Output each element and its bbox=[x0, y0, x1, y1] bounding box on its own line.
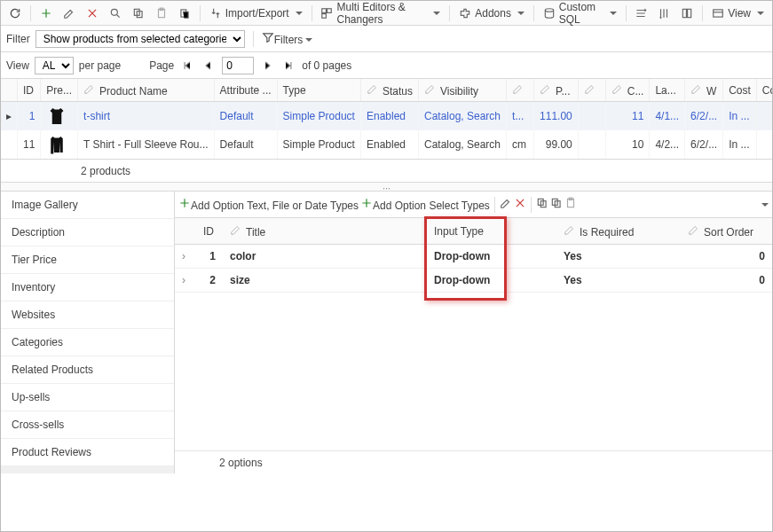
detail-toolbar: Add Option Text, File or Date Types Add … bbox=[175, 192, 772, 218]
detail-paste-button[interactable] bbox=[564, 197, 577, 212]
pager-prev-button[interactable] bbox=[201, 58, 217, 74]
per-page-label: per page bbox=[79, 59, 121, 72]
page-label: Page bbox=[149, 59, 174, 72]
col-id[interactable]: ID bbox=[18, 79, 41, 102]
multi-editors-menu[interactable]: Multi Editors & Changers bbox=[316, 4, 445, 23]
pager-next-button[interactable] bbox=[259, 58, 275, 74]
splitter[interactable]: ··· bbox=[1, 183, 772, 192]
label: Multi Editors & Changers bbox=[336, 1, 427, 26]
view-menu[interactable]: View bbox=[707, 4, 769, 23]
view-bar: View ALL per page Page of 0 pages bbox=[1, 52, 772, 79]
svg-rect-11 bbox=[688, 9, 691, 17]
table-row[interactable]: › 2 size Drop-down Yes 0 bbox=[175, 269, 772, 293]
sidebar-item[interactable]: Tier Price bbox=[1, 246, 174, 274]
clone-button[interactable] bbox=[174, 4, 195, 23]
main-toolbar: Import/Export Multi Editors & Changers A… bbox=[1, 1, 772, 26]
col-c[interactable]: C... bbox=[605, 79, 650, 102]
filters-button[interactable]: Filters bbox=[262, 31, 313, 46]
view-label: View bbox=[6, 59, 29, 72]
filter-bar: Filter Show products from selected categ… bbox=[1, 26, 772, 52]
col-attr[interactable]: Attribute ... bbox=[214, 79, 277, 102]
detail-copy-button[interactable] bbox=[536, 197, 548, 212]
label: Custom SQL bbox=[559, 1, 603, 26]
search-button[interactable] bbox=[105, 4, 126, 23]
sidebar-item[interactable]: Image Gallery bbox=[1, 192, 174, 219]
detail-edit-button[interactable] bbox=[500, 197, 512, 212]
label: Import/Export bbox=[225, 7, 289, 20]
svg-point-0 bbox=[111, 9, 117, 15]
refresh-button[interactable] bbox=[4, 4, 26, 23]
sidebar-item[interactable]: Product Reviews bbox=[1, 439, 174, 466]
copy-button[interactable] bbox=[128, 4, 149, 23]
detail-more-button[interactable] bbox=[759, 199, 769, 211]
label: View bbox=[728, 7, 751, 20]
col-w[interactable]: W bbox=[685, 79, 723, 102]
col-p[interactable]: P... bbox=[534, 79, 579, 102]
svg-rect-12 bbox=[714, 9, 723, 16]
detail-clone-button[interactable] bbox=[550, 197, 563, 212]
detail-pane: Image GalleryDescriptionTier PriceInvent… bbox=[1, 192, 772, 473]
svg-rect-10 bbox=[683, 9, 687, 17]
col-cost[interactable]: Cost bbox=[723, 79, 757, 102]
addons-menu[interactable]: Addons bbox=[454, 4, 529, 23]
pager-first-button[interactable] bbox=[179, 58, 195, 74]
edit-button[interactable] bbox=[59, 4, 80, 23]
add-option-text-button[interactable]: Add Option Text, File or Date Types bbox=[178, 197, 359, 212]
col-preview[interactable]: Pre... bbox=[41, 79, 78, 102]
sidebar-item[interactable]: Inventory bbox=[1, 274, 174, 301]
page-input[interactable] bbox=[222, 57, 254, 74]
table-row[interactable]: › 1 color Drop-down Yes 0 bbox=[175, 245, 772, 269]
pagesize-select[interactable]: ALL bbox=[35, 57, 74, 74]
add-option-select-button[interactable]: Add Option Select Types bbox=[360, 197, 490, 212]
col-opt-required[interactable]: Is Required bbox=[556, 218, 681, 245]
svg-point-9 bbox=[545, 8, 553, 12]
sidebar-item[interactable]: Up-sells bbox=[1, 384, 174, 411]
sidebar-item[interactable]: Websites bbox=[1, 301, 174, 329]
sidebar-item[interactable]: Custom Options bbox=[1, 466, 174, 473]
sidebar-item[interactable]: Related Products bbox=[1, 356, 174, 384]
col-status[interactable]: Status bbox=[360, 79, 418, 102]
col-type[interactable]: Type bbox=[277, 79, 360, 102]
tool-b-button[interactable] bbox=[653, 4, 674, 23]
side-tabs: Image GalleryDescriptionTier PriceInvent… bbox=[1, 192, 175, 473]
filter-label: Filter bbox=[6, 33, 30, 45]
filter-combo[interactable]: Show products from selected categories bbox=[35, 30, 245, 48]
svg-rect-7 bbox=[327, 8, 332, 12]
sidebar-item[interactable]: Description bbox=[1, 219, 174, 246]
table-row[interactable]: 11 T Shirt - Full Sleeve Rou... Default … bbox=[1, 130, 773, 159]
sidebar-item[interactable]: Categories bbox=[1, 329, 174, 356]
grid-footer: 2 products bbox=[1, 160, 772, 183]
table-row[interactable]: ▸ 1 t-shirt Default Simple Product Enabl… bbox=[1, 102, 773, 131]
of-pages-label: of 0 pages bbox=[302, 59, 351, 72]
svg-rect-8 bbox=[322, 13, 327, 18]
tool-a-button[interactable] bbox=[630, 4, 651, 23]
col-opt-title[interactable]: Title bbox=[223, 218, 427, 245]
label: Addons bbox=[475, 7, 511, 20]
import-export-menu[interactable]: Import/Export bbox=[205, 4, 307, 23]
add-button[interactable] bbox=[35, 4, 57, 23]
col-visibility[interactable]: Visibility bbox=[418, 79, 506, 102]
sidebar-item[interactable]: Cross-sells bbox=[1, 411, 174, 439]
col-name[interactable]: Product Name bbox=[78, 79, 215, 102]
detail-delete-button[interactable] bbox=[514, 197, 526, 212]
detail-footer: 2 options bbox=[175, 450, 772, 473]
col-la[interactable]: La... bbox=[650, 79, 685, 102]
paste-button[interactable] bbox=[151, 4, 172, 23]
options-grid: ID Title Input Type Is Required Sort Ord… bbox=[175, 218, 772, 450]
col-cos[interactable]: Cos... bbox=[756, 79, 773, 102]
tool-c-button[interactable] bbox=[676, 4, 698, 23]
svg-rect-6 bbox=[322, 8, 327, 12]
col-opt-id[interactable]: ID bbox=[196, 218, 223, 245]
custom-sql-menu[interactable]: Custom SQL bbox=[539, 4, 621, 23]
col-opt-sort[interactable]: Sort Order bbox=[681, 218, 772, 245]
pager-last-button[interactable] bbox=[280, 58, 296, 74]
delete-button[interactable] bbox=[82, 4, 103, 23]
products-grid: ID Pre... Product Name Attribute ... Typ… bbox=[1, 79, 772, 160]
col-opt-input[interactable]: Input Type bbox=[427, 218, 556, 245]
